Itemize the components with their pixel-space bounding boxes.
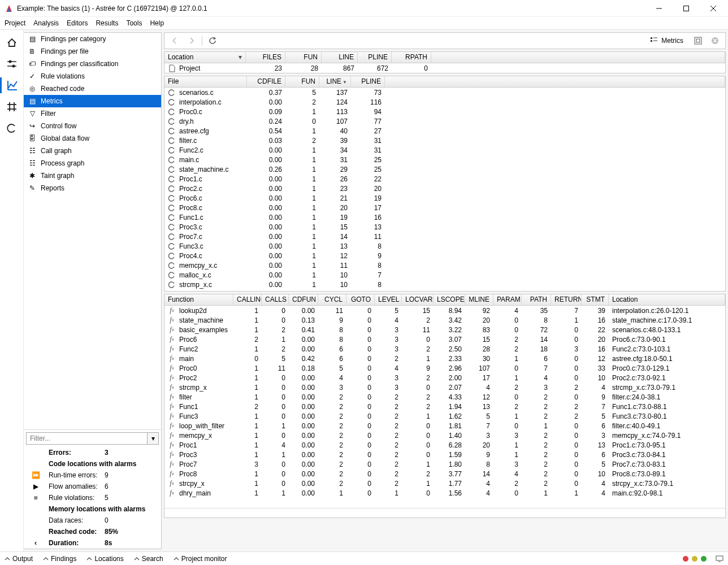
function-row[interactable]: fxProc1140.0020206.282012013Proc1.c:73.0… — [164, 440, 725, 450]
menu-editors[interactable]: Editors — [67, 19, 88, 27]
function-row[interactable]: fxstrcmp_x100.0030302.0742324strcmp_x.c:… — [164, 383, 725, 392]
refresh-button[interactable] — [206, 34, 219, 47]
maximize-button[interactable] — [676, 1, 696, 16]
th-cdfile[interactable]: CDFILE — [247, 76, 285, 87]
file-row[interactable]: Proc4.c0.001129 — [164, 251, 725, 260]
file-row[interactable]: Func3.c0.001138 — [164, 241, 725, 251]
tab-findings[interactable]: Findings — [43, 555, 76, 563]
file-row[interactable]: Proc3.c0.0011513 — [164, 222, 725, 232]
home-icon[interactable] — [4, 34, 20, 50]
file-row[interactable]: filter.c0.0323931 — [164, 136, 725, 145]
th-files[interactable]: FILES — [246, 52, 285, 63]
monitor-icon[interactable] — [716, 555, 723, 562]
metrics-button[interactable]: Metrics — [645, 37, 688, 45]
nav-taint-graph[interactable]: ✱Taint graph — [24, 169, 161, 182]
function-row[interactable]: fxbasic_examples120.41803113.2283072022s… — [164, 325, 725, 334]
function-row[interactable]: fxmain050.4260212.333016012astree.cfg:18… — [164, 354, 725, 363]
th-param[interactable]: PARAM — [493, 294, 522, 305]
menu-project[interactable]: Project — [5, 19, 25, 27]
th-mline[interactable]: MLINE — [465, 294, 493, 305]
nav-filter[interactable]: ▽Filter — [24, 107, 161, 120]
tab-output[interactable]: Output — [5, 555, 33, 563]
close-panel-button[interactable] — [708, 34, 722, 47]
th-locvar[interactable]: LOCVAR — [402, 294, 434, 305]
menu-results[interactable]: Results — [96, 19, 118, 27]
nav-reports[interactable]: ✎Reports — [24, 182, 161, 194]
horizontal-scrollbar[interactable] — [164, 508, 725, 518]
nav-control-flow[interactable]: ↪Control flow — [24, 120, 161, 132]
th-function[interactable]: Function — [164, 294, 233, 305]
c-lang-icon[interactable] — [4, 120, 20, 136]
th-lscope[interactable]: LSCOPE — [434, 294, 465, 305]
nav-findings-per-classification[interactable]: 🏷Findings per classification — [24, 58, 161, 70]
location-row[interactable]: Project 23 28 867 672 0 — [164, 63, 725, 73]
th-cdfun[interactable]: CDFUN — [289, 294, 318, 305]
function-row[interactable]: fxstrcpy_x100.0020211.7742204strcpy_x.c:… — [164, 479, 725, 488]
minimize-button[interactable] — [649, 1, 669, 16]
file-row[interactable]: Proc1.c0.0012622 — [164, 174, 725, 184]
function-row[interactable]: fxProc2100.0040322.001714010Proc2.c:73.0… — [164, 373, 725, 383]
th-pline[interactable]: PLINE — [358, 52, 392, 63]
sliders-icon[interactable] — [4, 56, 20, 72]
function-row[interactable]: fxFunc3100.0020211.6251225Func3.c:73.0-8… — [164, 411, 725, 421]
function-row[interactable]: fxProc3110.0020201.5991206Proc3.c:73.0-8… — [164, 450, 725, 459]
function-row[interactable]: fxProc01110.1850492.9610707033Proc0.c:73… — [164, 363, 725, 373]
filter-input[interactable] — [27, 433, 147, 444]
function-row[interactable]: fxProc8100.0020223.771442010Proc8.c:73.0… — [164, 469, 725, 479]
menu-analysis[interactable]: Analysis — [33, 19, 59, 27]
file-row[interactable]: Proc0.c0.09111394 — [164, 107, 725, 116]
file-row[interactable]: main.c0.0013125 — [164, 155, 725, 164]
file-row[interactable]: scenarios.c0.37513773 — [164, 88, 725, 97]
file-row[interactable]: Proc7.c0.0011411 — [164, 232, 725, 241]
file-row[interactable]: astree.cfg0.5414027 — [164, 126, 725, 136]
menu-tools[interactable]: Tools — [126, 19, 142, 27]
function-row[interactable]: fxProc6210.0080303.0715214020Proc6.c:73.… — [164, 334, 725, 344]
tab-search[interactable]: Search — [134, 555, 163, 563]
chevron-left-icon[interactable]: ‹ — [31, 539, 41, 547]
th-file[interactable]: File — [164, 76, 247, 87]
th-calling[interactable]: CALLING — [233, 294, 262, 305]
nav-call-graph[interactable]: ☷Call graph — [24, 145, 161, 157]
th-rpath[interactable]: RPATH — [392, 52, 431, 63]
th-fun[interactable]: FUN — [285, 52, 322, 63]
file-row[interactable]: Func2.c0.0013431 — [164, 145, 725, 155]
th-location[interactable]: Location ▾ — [164, 52, 246, 63]
function-row[interactable]: fxFunc2120.0060322.5028218316Func2.c:73.… — [164, 344, 725, 354]
file-row[interactable]: state_machine.c0.2612925 — [164, 164, 725, 174]
expand-icon[interactable] — [691, 34, 705, 47]
th-goto[interactable]: GOTO — [346, 294, 375, 305]
file-row[interactable]: memcpy_x.c0.001118 — [164, 260, 725, 270]
nav-global-data-flow[interactable]: 🗄Global data flow — [24, 132, 161, 145]
function-row[interactable]: fxFunc1200.0020221.94132227Func1.c:73.0-… — [164, 402, 725, 411]
file-row[interactable]: strcmp_x.c0.001108 — [164, 280, 725, 289]
function-row[interactable]: fxstate_machine100.1390423.422008116stat… — [164, 315, 725, 325]
file-row[interactable]: interpolation.c0.002124116 — [164, 97, 725, 107]
function-row[interactable]: fxlookup2d100.001105158.9492435739interp… — [164, 306, 725, 315]
back-button[interactable] — [168, 34, 181, 47]
nav-process-graph[interactable]: ☷Process graph — [24, 157, 161, 169]
close-button[interactable] — [703, 1, 723, 16]
th-return[interactable]: RETURN — [551, 294, 582, 305]
th-line2[interactable]: LINE — [319, 76, 351, 87]
nav-findings-per-file[interactable]: 🗎Findings per file — [24, 45, 161, 58]
th-calls[interactable]: CALLS — [262, 294, 289, 305]
th-level[interactable]: LEVEL — [375, 294, 402, 305]
filter-dropdown-button[interactable]: ▾ — [147, 433, 158, 444]
th-location[interactable]: Location — [609, 294, 725, 305]
function-row[interactable]: fxProc7300.0020211.8083205Proc7.c:73.0-8… — [164, 459, 725, 469]
th-path[interactable]: PATH — [522, 294, 551, 305]
th-cycl[interactable]: CYCL — [318, 294, 346, 305]
filter-box[interactable]: ▾ — [26, 432, 159, 445]
file-row[interactable]: Func1.c0.0011916 — [164, 212, 725, 222]
file-row[interactable]: dry.h0.24010777 — [164, 116, 725, 126]
file-row[interactable]: Proc6.c0.0012119 — [164, 193, 725, 203]
nav-findings-per-category[interactable]: ▤Findings per category — [24, 33, 161, 45]
th-fun2[interactable]: FUN — [285, 76, 319, 87]
th-stmt[interactable]: STMT — [582, 294, 609, 305]
function-row[interactable]: fxdhry_main110.0010101.5640114main.c:92.… — [164, 488, 725, 498]
function-row[interactable]: fxloop_with_filter110.0020201.8170106fil… — [164, 421, 725, 431]
file-row[interactable]: Proc2.c0.0012320 — [164, 184, 725, 193]
th-line[interactable]: LINE — [322, 52, 358, 63]
th-pline2[interactable]: PLINE — [351, 76, 385, 87]
menu-help[interactable]: Help — [150, 19, 164, 27]
